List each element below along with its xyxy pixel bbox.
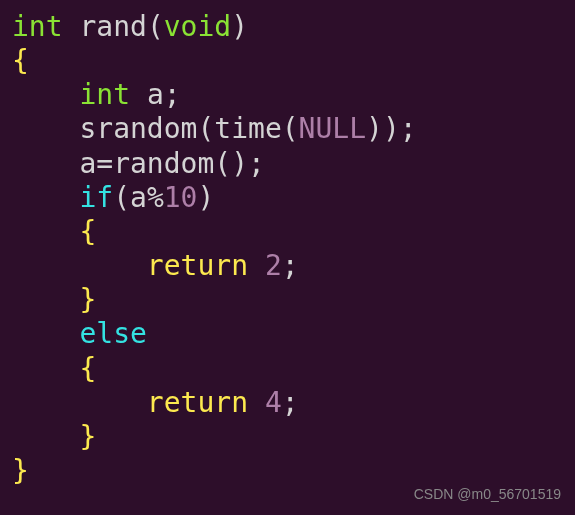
keyword-return-1: return — [147, 249, 248, 282]
type-int: int — [12, 10, 63, 43]
code-line-6: if(a%10) — [12, 181, 563, 215]
code-block: int rand(void) { int a; srandom(time(NUL… — [12, 10, 563, 488]
watermark-text: CSDN @m0_56701519 — [414, 486, 561, 503]
var-a-assign: a — [79, 147, 96, 180]
code-line-4: srandom(time(NULL)); — [12, 112, 563, 146]
keyword-void: void — [164, 10, 231, 43]
null-value: NULL — [299, 112, 366, 145]
keyword-return-2: return — [147, 386, 248, 419]
num-4: 4 — [265, 386, 282, 419]
code-line-10: else — [12, 317, 563, 351]
num-10: 10 — [164, 181, 198, 214]
func-rand: rand — [79, 10, 146, 43]
code-line-11: { — [12, 352, 563, 386]
code-line-2: { — [12, 44, 563, 78]
code-line-14: } — [12, 454, 563, 488]
code-line-13: } — [12, 420, 563, 454]
keyword-if: if — [79, 181, 113, 214]
code-line-7: { — [12, 215, 563, 249]
func-random: random — [113, 147, 214, 180]
num-2: 2 — [265, 249, 282, 282]
code-line-8: return 2; — [12, 249, 563, 283]
var-a-cond: a — [130, 181, 147, 214]
code-line-9: } — [12, 283, 563, 317]
code-line-3: int a; — [12, 78, 563, 112]
func-time: time — [214, 112, 281, 145]
func-srandom: srandom — [79, 112, 197, 145]
var-a: a — [147, 78, 164, 111]
code-line-1: int rand(void) — [12, 10, 563, 44]
op-modulo: % — [147, 181, 164, 214]
type-int-2: int — [79, 78, 130, 111]
keyword-else: else — [79, 317, 146, 350]
code-line-5: a=random(); — [12, 147, 563, 181]
code-line-12: return 4; — [12, 386, 563, 420]
